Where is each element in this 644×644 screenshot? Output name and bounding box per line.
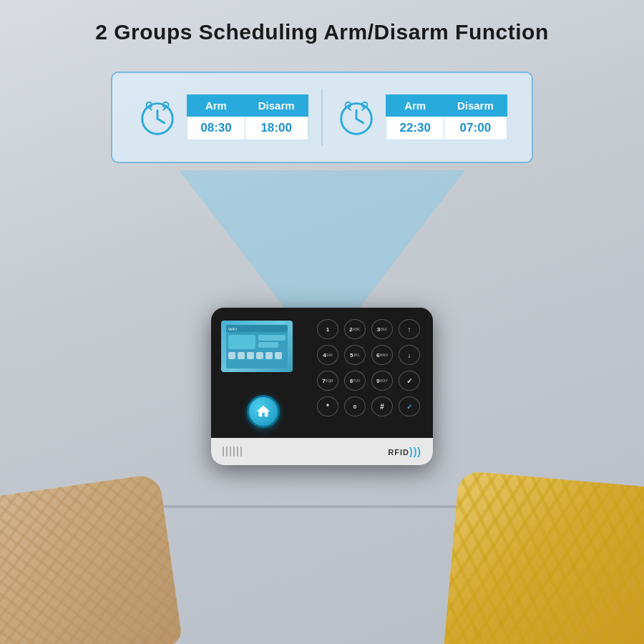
speaker-grille (223, 447, 242, 457)
svg-rect-17 (228, 335, 255, 349)
schedule-table-2: Arm Disarm 22:30 07:00 (386, 94, 507, 140)
arm-time-2: 22:30 (386, 117, 444, 140)
speaker-line-3 (230, 447, 231, 457)
rfid-label: RFID))) (388, 446, 421, 457)
schedule-group-2: Arm Disarm 22:30 07:00 (336, 94, 507, 140)
alarm-device: WiFi (211, 308, 433, 465)
key-4[interactable]: 4GHI (317, 345, 338, 365)
arm-time-1: 08:30 (187, 117, 245, 140)
clock-icon-1 (137, 97, 178, 138)
svg-rect-19 (258, 342, 278, 348)
cushions-area (0, 444, 644, 644)
key-check2[interactable]: ✓ (399, 396, 420, 416)
cushion-right-pattern (443, 470, 644, 644)
svg-rect-20 (228, 352, 235, 359)
key-5[interactable]: 5JKL (344, 345, 366, 365)
cushion-right (443, 470, 644, 644)
svg-rect-21 (238, 352, 245, 359)
key-8[interactable]: 8TUV (344, 371, 366, 391)
svg-line-12 (348, 107, 351, 110)
svg-line-9 (356, 119, 364, 123)
key-star[interactable]: * (317, 396, 338, 416)
cushion-left-pattern (0, 474, 182, 644)
group-divider (321, 89, 323, 146)
key-9[interactable]: 9WXY (371, 371, 393, 391)
speaker-line-4 (233, 447, 235, 457)
keypad: 1 2ABC 3DEF ↑ 4GHI 5JKL 6MNO ↓ 7PQR 8TUV… (317, 319, 423, 445)
key-down[interactable]: ↓ (399, 345, 420, 365)
key-hash[interactable]: # (371, 396, 393, 416)
speaker-line-2 (226, 447, 228, 457)
speaker-line-5 (237, 447, 238, 457)
key-up[interactable]: ↑ (399, 319, 420, 339)
cushion-left (0, 474, 182, 644)
key-3[interactable]: 3DEF (371, 319, 393, 339)
device-container: WiFi (211, 308, 433, 465)
disarm-header-2: Disarm (444, 95, 507, 117)
svg-rect-18 (258, 335, 286, 341)
speaker-line-6 (240, 447, 242, 457)
schedule-table-1: Arm Disarm 08:30 18:00 (187, 94, 308, 140)
svg-line-6 (163, 107, 166, 110)
arm-header-1: Arm (187, 95, 245, 117)
svg-line-5 (150, 107, 152, 110)
disarm-time-1: 18:00 (245, 117, 308, 140)
disarm-time-2: 07:00 (444, 117, 507, 140)
key-1[interactable]: 1 (317, 319, 338, 339)
key-check[interactable]: ✓ (399, 371, 420, 391)
device-bottom: RFID))) (211, 438, 433, 465)
page-title: 2 Groups Scheduling Arm/Disarm Function (0, 20, 644, 44)
svg-rect-24 (265, 352, 273, 359)
key-2[interactable]: 2ABC (344, 319, 366, 339)
disarm-header-1: Disarm (245, 95, 308, 117)
svg-rect-22 (247, 352, 254, 359)
key-6[interactable]: 6MNO (371, 345, 393, 365)
device-screen: WiFi (221, 321, 293, 372)
speaker-line-1 (223, 447, 224, 457)
schedule-panel: Arm Disarm 08:30 18:00 Arm Disarm (111, 72, 533, 163)
screen-display: WiFi (221, 321, 293, 372)
home-button[interactable] (247, 395, 280, 428)
svg-rect-23 (256, 352, 263, 359)
svg-rect-25 (275, 352, 282, 359)
key-7[interactable]: 7PQR (317, 371, 338, 391)
key-0[interactable]: 0 (344, 396, 366, 416)
schedule-group-1: Arm Disarm 08:30 18:00 (137, 94, 308, 140)
svg-line-2 (157, 119, 165, 123)
svg-line-13 (362, 107, 365, 110)
arm-header-2: Arm (386, 95, 444, 117)
clock-icon-2 (336, 97, 377, 138)
svg-text:WiFi: WiFi (228, 327, 237, 331)
